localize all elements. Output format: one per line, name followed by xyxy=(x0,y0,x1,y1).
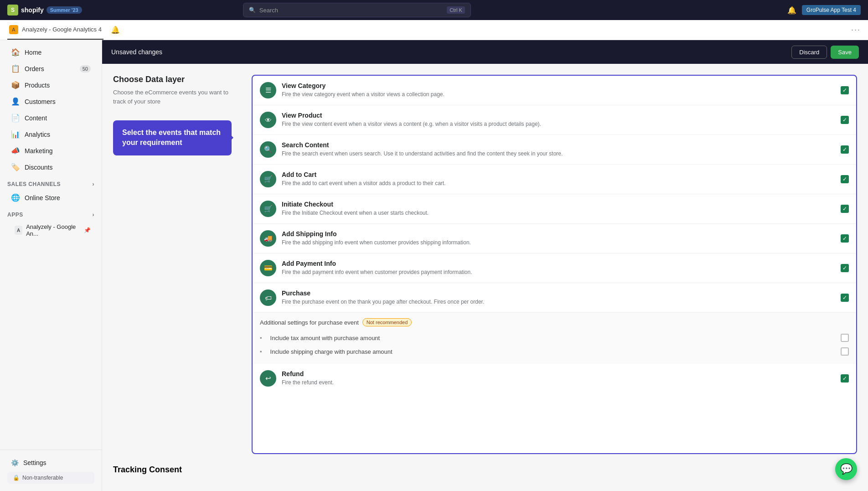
sidebar-item-label: Products xyxy=(25,82,50,89)
checkbox-refund[interactable]: ✓ xyxy=(841,374,849,382)
top-bar: S shopify Summer '23 🔍 Search Ctrl K 🔔 G… xyxy=(0,0,868,20)
search-bar[interactable]: 🔍 Search Ctrl K xyxy=(243,3,471,17)
event-info-purchase: Purchase Fire the purchase event on the … xyxy=(282,289,835,306)
sidebar-item-home[interactable]: 🏠 Home xyxy=(4,44,98,60)
sidebar-item-analytics[interactable]: 📊 Analytics xyxy=(4,126,98,142)
events-list: ☰ View Category Fire the view category e… xyxy=(253,76,856,312)
tab-more-button[interactable]: ··· xyxy=(851,25,861,35)
discounts-icon: 🏷️ xyxy=(11,163,20,171)
checkbox-search-content[interactable]: ✓ xyxy=(841,145,849,154)
event-desc-add-shipping-info: Fire the add shipping info event when cu… xyxy=(282,239,835,247)
event-desc-add-payment-info: Fire the add payment info event when cus… xyxy=(282,269,835,276)
checkbox-view-category[interactable]: ✓ xyxy=(841,86,849,94)
additional-option-checkbox-0[interactable] xyxy=(841,334,849,342)
section-title: Choose Data layer xyxy=(113,75,241,84)
event-info-view-product: View Product Fire the view content event… xyxy=(282,112,835,128)
sidebar-nav: 🏠 Home 📋 Orders 50 📦 Products 👤 Customer… xyxy=(0,40,102,450)
apps-expand-icon[interactable]: › xyxy=(93,212,95,218)
event-name-search-content: Search Content xyxy=(282,141,835,149)
events-panel: ☰ View Category Fire the view category e… xyxy=(252,75,857,454)
refund-row: ↩ Refund Fire the refund event. ✓ xyxy=(253,364,856,393)
additional-option-0: Include tax amount with purchase amount xyxy=(260,331,849,345)
event-icon-refund: ↩ xyxy=(260,370,276,387)
settings-item[interactable]: ⚙️ Settings xyxy=(4,455,98,470)
event-icon-search-content: 🔍 xyxy=(260,141,276,158)
top-bar-right: 🔔 GroPulse App Test 4 xyxy=(787,5,861,15)
customers-icon: 👤 xyxy=(11,97,20,106)
checkbox-view-product[interactable]: ✓ xyxy=(841,116,849,124)
checkbox-add-payment-info[interactable]: ✓ xyxy=(841,264,849,272)
event-name-purchase: Purchase xyxy=(282,289,835,297)
section-description: Choose the eCommerce events you want to … xyxy=(113,88,241,106)
event-name-initiate-checkout: Initiate Checkout xyxy=(282,201,835,208)
event-icon-add-shipping-info: 🚚 xyxy=(260,230,276,247)
event-row-add-to-cart: 🛒 Add to Cart Fire the add to cart event… xyxy=(253,165,856,194)
checkbox-purchase[interactable]: ✓ xyxy=(841,294,849,302)
additional-options: Include tax amount with purchase amount … xyxy=(260,331,849,358)
app-tab[interactable]: A Analyzely - Google Analytics 4 xyxy=(7,20,103,40)
additional-settings-title: Additional settings for purchase event N… xyxy=(260,318,849,326)
summer-badge: Summer '23 xyxy=(46,6,82,14)
sidebar-item-marketing[interactable]: 📣 Marketing xyxy=(4,143,98,159)
search-icon: 🔍 xyxy=(249,7,256,13)
save-button[interactable]: Save xyxy=(831,46,859,59)
additional-option-1: Include shipping charge with purchase am… xyxy=(260,345,849,358)
discard-button[interactable]: Discard xyxy=(791,46,827,59)
tab-bar: A Analyzely - Google Analytics 4 🔔 ··· xyxy=(0,20,868,40)
pin-icon[interactable]: 📌 xyxy=(84,227,91,233)
event-name-add-to-cart: Add to Cart xyxy=(282,171,835,178)
event-name-add-payment-info: Add Payment Info xyxy=(282,260,835,267)
shopify-logo-text: shopify xyxy=(21,6,44,14)
chat-button[interactable]: 💬 xyxy=(835,458,857,480)
main-content: Unsaved changes Discard Save Choose Data… xyxy=(102,40,868,491)
event-desc-purchase: Fire the purchase event on the thank you… xyxy=(282,298,835,306)
event-desc-search-content: Fire the search event when users search.… xyxy=(282,150,835,158)
event-row-view-product: 👁 View Product Fire the view content eve… xyxy=(253,105,856,135)
sidebar-item-discounts[interactable]: 🏷️ Discounts xyxy=(4,159,98,175)
unsaved-actions: Discard Save xyxy=(791,46,859,59)
checkbox-add-shipping-info[interactable]: ✓ xyxy=(841,234,849,243)
sidebar-item-label: Analytics xyxy=(25,131,50,138)
sidebar-item-content[interactable]: 📄 Content xyxy=(4,110,98,126)
sidebar-app-label: Analyzely - Google An... xyxy=(26,223,80,237)
sidebar-item-analyzely[interactable]: A Analyzely - Google An... 📌 xyxy=(4,220,98,240)
event-info-view-category: View Category Fire the view category eve… xyxy=(282,82,835,98)
analyzely-icon: A xyxy=(15,226,22,235)
checkbox-add-to-cart[interactable]: ✓ xyxy=(841,175,849,183)
event-icon-view-category: ☰ xyxy=(260,82,276,98)
event-desc-view-category: Fire the view category event when a visi… xyxy=(282,91,835,98)
analytics-icon: 📊 xyxy=(11,130,20,139)
sidebar-item-products[interactable]: 📦 Products xyxy=(4,77,98,93)
sidebar-item-online-store[interactable]: 🌐 Online Store xyxy=(4,190,98,206)
event-info-add-payment-info: Add Payment Info Fire the add payment in… xyxy=(282,260,835,276)
event-desc-add-to-cart: Fire the add to cart event when a visito… xyxy=(282,180,835,187)
event-desc-initiate-checkout: Fire the Initiate Checkout event when a … xyxy=(282,209,835,217)
orders-icon: 📋 xyxy=(11,64,20,73)
event-row-initiate-checkout: 🛒 Initiate Checkout Fire the Initiate Ch… xyxy=(253,194,856,224)
tooltip-box: Select the events that match your requir… xyxy=(113,120,232,155)
sidebar-item-customers[interactable]: 👤 Customers xyxy=(4,93,98,109)
event-desc-refund: Fire the refund event. xyxy=(282,379,835,387)
sidebar-item-label: Orders xyxy=(25,65,44,72)
shopify-logo: S shopify Summer '23 xyxy=(7,5,82,16)
event-info-add-to-cart: Add to Cart Fire the add to cart event w… xyxy=(282,171,835,187)
sales-channels-section: Sales channels › xyxy=(0,176,102,189)
apps-section: Apps › xyxy=(0,206,102,220)
event-info-refund: Refund Fire the refund event. xyxy=(282,370,835,387)
user-badge[interactable]: GroPulse App Test 4 xyxy=(802,5,861,15)
sidebar-item-orders[interactable]: 📋 Orders 50 xyxy=(4,61,98,77)
tracking-title: Tracking Consent xyxy=(113,465,857,475)
event-icon-initiate-checkout: 🛒 xyxy=(260,201,276,217)
additional-option-checkbox-1[interactable] xyxy=(841,347,849,356)
bell-icon[interactable]: 🔔 xyxy=(787,6,796,15)
expand-icon[interactable]: › xyxy=(93,181,95,187)
sidebar-item-label: Home xyxy=(25,49,41,56)
event-name-refund: Refund xyxy=(282,370,835,377)
app-tab-label: Analyzely - Google Analytics 4 xyxy=(22,26,102,33)
left-panel: Choose Data layer Choose the eCommerce e… xyxy=(113,75,241,454)
unsaved-title: Unsaved changes xyxy=(111,48,162,56)
checkbox-initiate-checkout[interactable]: ✓ xyxy=(841,205,849,213)
tracking-section: Tracking Consent xyxy=(102,465,868,491)
event-row-search-content: 🔍 Search Content Fire the search event w… xyxy=(253,135,856,165)
tab-bell-icon[interactable]: 🔔 xyxy=(111,26,120,34)
